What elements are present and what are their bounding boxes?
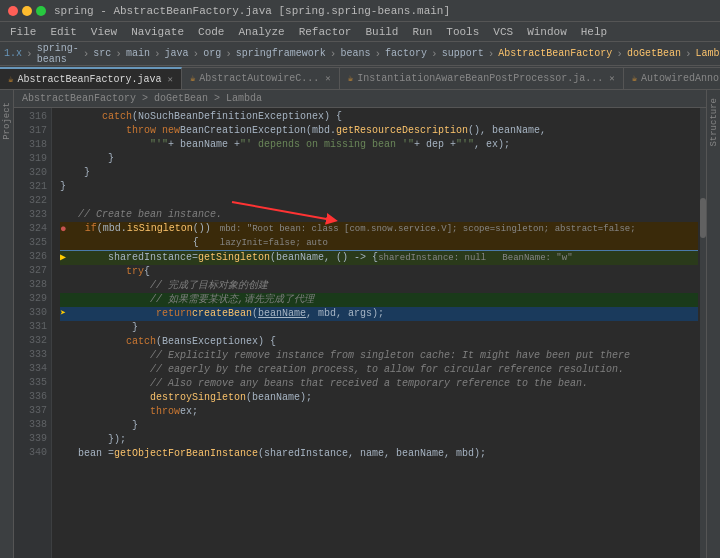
minimize-button[interactable] [22,6,32,16]
tab-label2: AbstractAutowireC... [199,73,319,84]
menu-view[interactable]: View [85,25,123,39]
code-line-326: try { [60,265,698,279]
code-line-331: // Explicitly remove instance from singl… [60,349,698,363]
toolbar-module[interactable]: spring-beans [37,43,79,65]
menu-build[interactable]: Build [359,25,404,39]
menu-vcs[interactable]: VCS [487,25,519,39]
toolbar-lambda[interactable]: Lambda [696,48,720,59]
code-line-321: } [60,180,698,194]
tab-close-icon3[interactable]: ✕ [609,73,614,84]
tab-label: AbstractBeanFactory.java [17,74,161,85]
left-sidebar: Project [0,90,14,558]
menu-run[interactable]: Run [406,25,438,39]
breadcrumb: AbstractBeanFactory > doGetBean > Lambda [14,90,706,108]
vertical-scrollbar[interactable] [700,108,706,558]
tab-icon4: ☕ [632,73,637,84]
breadcrumb-text: AbstractBeanFactory > doGetBean > Lambda [22,93,262,104]
menu-analyze[interactable]: Analyze [232,25,290,39]
toolbar: 1.x › spring-beans › src › main › java ›… [0,42,720,66]
maximize-button[interactable] [36,6,46,16]
code-line-336: } [60,419,698,433]
tab-autowired-annotation[interactable]: ☕ AutowiredAnnotationBeanPostProce... ✕ [624,67,720,89]
code-line-337: }); [60,433,698,447]
toolbar-springframework[interactable]: springframework [236,48,326,59]
window-controls [8,6,46,16]
code-line-322 [60,194,698,208]
code-content[interactable]: catch (NoSuchBeanDefinitionException ex)… [52,108,706,558]
menu-refactor[interactable]: Refactor [293,25,358,39]
code-line-323: // Create bean instance. [60,208,698,222]
toolbar-class[interactable]: AbstractBeanFactory [498,48,612,59]
tab-icon3: ☕ [348,73,353,84]
code-line-324: ● if (mbd.isSingleton()) { mbd: "Root be… [60,222,698,251]
toolbar-factory[interactable]: factory [385,48,427,59]
code-line-338: bean = getObjectForBeanInstance(sharedIn… [60,447,698,461]
tab-label3: InstantiationAwareBeanPostProcessor.ja..… [357,73,603,84]
menu-code[interactable]: Code [192,25,230,39]
code-line-318: "'" + beanName + "' depends on missing b… [60,138,698,152]
tab-icon2: ☕ [190,73,195,84]
menu-window[interactable]: Window [521,25,573,39]
title-bar: spring - AbstractBeanFactory.java [sprin… [0,0,720,22]
menu-navigate[interactable]: Navigate [125,25,190,39]
code-line-333: // Also remove any beans that received a… [60,377,698,391]
close-button[interactable] [8,6,18,16]
toolbar-java[interactable]: java [165,48,189,59]
window-title: spring - AbstractBeanFactory.java [sprin… [54,5,450,17]
toolbar-main[interactable]: main [126,48,150,59]
toolbar-project[interactable]: 1.x [4,48,22,59]
line-numbers: 316 317 318 319 320 321 322 323 324 325 … [14,108,52,558]
menu-edit[interactable]: Edit [44,25,82,39]
menu-tools[interactable]: Tools [440,25,485,39]
menu-help[interactable]: Help [575,25,613,39]
editor-area: AbstractBeanFactory > doGetBean > Lambda… [14,90,706,558]
toolbar-beans[interactable]: beans [340,48,370,59]
code-line-317: throw new BeanCreationException (mbd.get… [60,124,698,138]
structure-label[interactable]: Structure [709,98,719,147]
toolbar-method[interactable]: doGetBean [627,48,681,59]
tab-label4: AutowiredAnnotationBeanPostProce... [641,73,720,84]
tab-close-icon[interactable]: ✕ [167,74,172,85]
menu-file[interactable]: File [4,25,42,39]
code-line-332: // eagerly by the creation process, to a… [60,363,698,377]
tab-icon: ☕ [8,74,13,85]
code-editor[interactable]: 316 317 318 319 320 321 322 323 324 325 … [14,108,706,558]
code-line-334: destroySingleton(beanName); [60,391,698,405]
code-line-330: catch (BeansException ex) { [60,335,698,349]
toolbar-support[interactable]: support [442,48,484,59]
tab-abstract-autowire[interactable]: ☕ AbstractAutowireC... ✕ [182,67,340,89]
menu-bar: File Edit View Navigate Code Analyze Ref… [0,22,720,42]
code-line-325: ▶ sharedInstance = getSingleton(beanName… [60,251,698,265]
tab-instantiation-aware[interactable]: ☕ InstantiationAwareBeanPostProcessor.ja… [340,67,624,89]
tab-close-icon2[interactable]: ✕ [325,73,330,84]
right-sidebar: Structure [706,90,720,558]
code-line-335: throw ex; [60,405,698,419]
code-line-316: catch (NoSuchBeanDefinitionException ex)… [60,110,698,124]
main-layout: Project AbstractBeanFactory > doGetBean … [0,90,720,558]
code-line-319: } [60,152,698,166]
toolbar-src[interactable]: src [93,48,111,59]
tab-abstract-bean-factory[interactable]: ☕ AbstractBeanFactory.java ✕ [0,67,182,89]
tab-bar: ☕ AbstractBeanFactory.java ✕ ☕ AbstractA… [0,66,720,90]
code-line-329: } [60,321,698,335]
project-label[interactable]: Project [2,102,12,140]
scrollbar-thumb[interactable] [700,198,706,238]
code-line-320: } [60,166,698,180]
toolbar-org[interactable]: org [203,48,221,59]
code-line-328: // 如果需要某状态,请先完成了代理 [60,293,698,307]
code-line-328b: ➤ return createBean(beanName, mbd, args)… [60,307,698,321]
code-line-327: // 完成了目标对象的创建 [60,279,698,293]
